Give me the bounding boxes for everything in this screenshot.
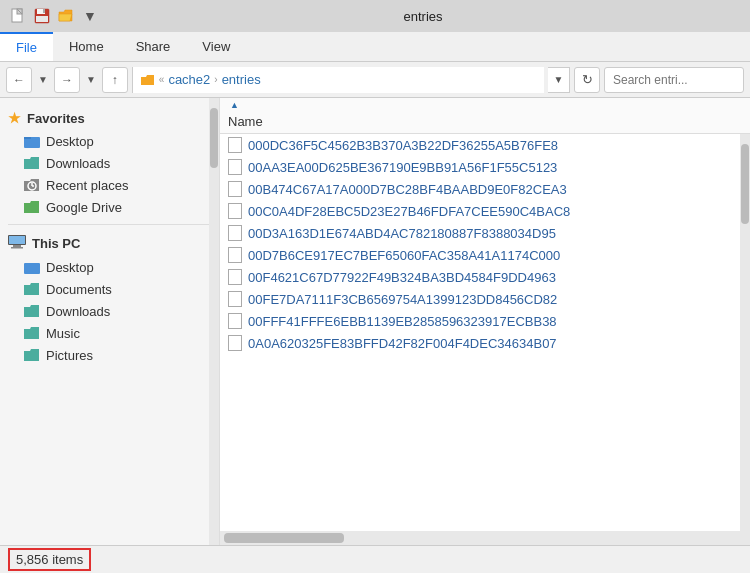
sidebar-downloads-fav-label: Downloads xyxy=(46,156,110,171)
sidebar-divider xyxy=(8,224,211,225)
list-item[interactable]: 00D7B6CE917EC7BEF65060FAC358A41A1174C000 xyxy=(220,244,740,266)
documents-folder-icon xyxy=(24,281,40,297)
file-icon xyxy=(228,137,242,153)
list-item[interactable]: 000DC36F5C4562B3B370A3B22DF36255A5B76FE8 xyxy=(220,134,740,156)
forward-dropdown-button[interactable]: ▼ xyxy=(84,72,98,87)
file-icon xyxy=(228,181,242,197)
main-content: ★ Favorites Desktop Downloads Recent pla… xyxy=(0,98,750,545)
path-dropdown-button[interactable]: ▼ xyxy=(548,67,570,93)
pictures-folder-icon xyxy=(24,347,40,363)
downloads-folder-icon-fav xyxy=(24,155,40,171)
save-icon[interactable] xyxy=(32,6,52,26)
desktop-folder-icon-pc xyxy=(24,259,40,275)
address-bar: ← ▼ → ▼ ↑ « cache2 › entries ▼ ↻ xyxy=(0,62,750,98)
path-entries[interactable]: entries xyxy=(222,72,261,87)
file-icon xyxy=(228,159,242,175)
favorites-label: Favorites xyxy=(27,111,85,126)
tab-file[interactable]: File xyxy=(0,32,53,61)
file-name: 00D3A163D1E674ABD4AC782180887F8388034D95 xyxy=(248,226,556,241)
file-name: 00C0A4DF28EBC5D23E27B46FDFA7CEE590C4BAC8 xyxy=(248,204,570,219)
svg-rect-15 xyxy=(11,247,23,249)
list-item[interactable]: 00F4621C67D77922F49B324BA3BD4584F9DD4963 xyxy=(220,266,740,288)
list-item[interactable]: 00D3A163D1E674ABD4AC782180887F8388034D95 xyxy=(220,222,740,244)
title-bar: ▼ entries xyxy=(0,0,750,32)
tab-share[interactable]: Share xyxy=(120,33,187,60)
search-input[interactable] xyxy=(604,67,744,93)
vertical-scrollbar[interactable] xyxy=(740,134,750,531)
sort-up-icon: ▲ xyxy=(230,100,239,110)
list-item[interactable]: 00FFF41FFFE6EBB1139EB2858596323917ECBB38 xyxy=(220,310,740,332)
google-drive-icon xyxy=(24,199,40,215)
file-name: 00FFF41FFFE6EBB1139EB2858596323917ECBB38 xyxy=(248,314,557,329)
favorites-section: ★ Favorites xyxy=(0,106,219,130)
scrollbar-thumb[interactable] xyxy=(741,144,749,224)
svg-rect-14 xyxy=(13,245,21,247)
svg-rect-16 xyxy=(24,263,40,274)
ribbon-tabs: File Home Share View xyxy=(0,32,750,61)
sidebar-downloads-pc-label: Downloads xyxy=(46,304,110,319)
ribbon: File Home Share View xyxy=(0,32,750,62)
sidebar-item-desktop-pc[interactable]: Desktop xyxy=(0,256,219,278)
file-name: 00F4621C67D77922F49B324BA3BD4584F9DD4963 xyxy=(248,270,556,285)
sidebar-item-recent[interactable]: Recent places xyxy=(0,174,219,196)
svg-rect-5 xyxy=(43,9,45,13)
sidebar-desktop-fav-label: Desktop xyxy=(46,134,94,149)
file-icon xyxy=(228,335,242,351)
up-button[interactable]: ↑ xyxy=(102,67,128,93)
back-dropdown-button[interactable]: ▼ xyxy=(36,72,50,87)
sidebar-music-label: Music xyxy=(46,326,80,341)
file-name: 00D7B6CE917EC7BEF65060FAC358A41A1174C000 xyxy=(248,248,560,263)
hscrollbar-thumb[interactable] xyxy=(224,533,344,543)
sidebar-item-pictures[interactable]: Pictures xyxy=(0,344,219,366)
file-name: 00B474C67A17A000D7BC28BF4BAABD9E0F82CEA3 xyxy=(248,182,567,197)
list-item[interactable]: 00B474C67A17A000D7BC28BF4BAABD9E0F82CEA3 xyxy=(220,178,740,200)
file-icon xyxy=(228,247,242,263)
sidebar-item-music[interactable]: Music xyxy=(0,322,219,344)
sidebar-desktop-pc-label: Desktop xyxy=(46,260,94,275)
list-item[interactable]: 00AA3EA00D625BE367190E9BB91A56F1F55C5123 xyxy=(220,156,740,178)
sidebar: ★ Favorites Desktop Downloads Recent pla… xyxy=(0,98,220,545)
svg-rect-6 xyxy=(36,16,48,22)
page-icon xyxy=(8,6,28,26)
tab-home[interactable]: Home xyxy=(53,33,120,60)
horizontal-scrollbar[interactable] xyxy=(220,531,750,545)
path-separator-1: « xyxy=(159,74,165,85)
file-icon xyxy=(228,291,242,307)
downloads-folder-icon-pc xyxy=(24,303,40,319)
sidebar-item-google-drive[interactable]: Google Drive xyxy=(0,196,219,218)
list-item[interactable]: 00C0A4DF28EBC5D23E27B46FDFA7CEE590C4BAC8 xyxy=(220,200,740,222)
items-count-badge: 5,856 items xyxy=(8,548,91,571)
file-icon xyxy=(228,225,242,241)
list-item[interactable]: 0A0A620325FE83BFFD42F82F004F4DEC34634B07 xyxy=(220,332,740,354)
tab-view[interactable]: View xyxy=(186,33,246,60)
sidebar-documents-label: Documents xyxy=(46,282,112,297)
sort-indicator-row: ▲ xyxy=(220,98,750,110)
svg-rect-8 xyxy=(24,137,31,139)
path-arrow: › xyxy=(214,74,217,85)
folder-open-icon[interactable] xyxy=(56,6,76,26)
thispc-section: This PC xyxy=(0,231,219,256)
sidebar-item-downloads-pc[interactable]: Downloads xyxy=(0,300,219,322)
file-list-container: ▲ Name 000DC36F5C4562B3B370A3B22DF36255A… xyxy=(220,98,750,545)
sidebar-item-downloads-fav[interactable]: Downloads xyxy=(0,152,219,174)
list-item[interactable]: 00FE7DA7111F3CB6569754A1399123DD8456CD82 xyxy=(220,288,740,310)
path-cache2[interactable]: cache2 xyxy=(168,72,210,87)
file-name: 000DC36F5C4562B3B370A3B22DF36255A5B76FE8 xyxy=(248,138,558,153)
name-column-header[interactable]: Name xyxy=(228,114,263,129)
refresh-button[interactable]: ↻ xyxy=(574,67,600,93)
thispc-icon xyxy=(8,235,26,252)
file-name: 00AA3EA00D625BE367190E9BB91A56F1F55C5123 xyxy=(248,160,557,175)
music-folder-icon xyxy=(24,325,40,341)
sidebar-recent-label: Recent places xyxy=(46,178,128,193)
sidebar-item-documents[interactable]: Documents xyxy=(0,278,219,300)
forward-button[interactable]: → xyxy=(54,67,80,93)
thispc-label: This PC xyxy=(32,236,80,251)
recent-folder-icon xyxy=(24,177,40,193)
back-button[interactable]: ← xyxy=(6,67,32,93)
dropdown-icon[interactable]: ▼ xyxy=(80,6,100,26)
sidebar-item-desktop-fav[interactable]: Desktop xyxy=(0,130,219,152)
sidebar-pictures-label: Pictures xyxy=(46,348,93,363)
file-name: 0A0A620325FE83BFFD42F82F004F4DEC34634B07 xyxy=(248,336,557,351)
address-path[interactable]: « cache2 › entries xyxy=(133,67,544,93)
file-list: 000DC36F5C4562B3B370A3B22DF36255A5B76FE8… xyxy=(220,134,740,531)
